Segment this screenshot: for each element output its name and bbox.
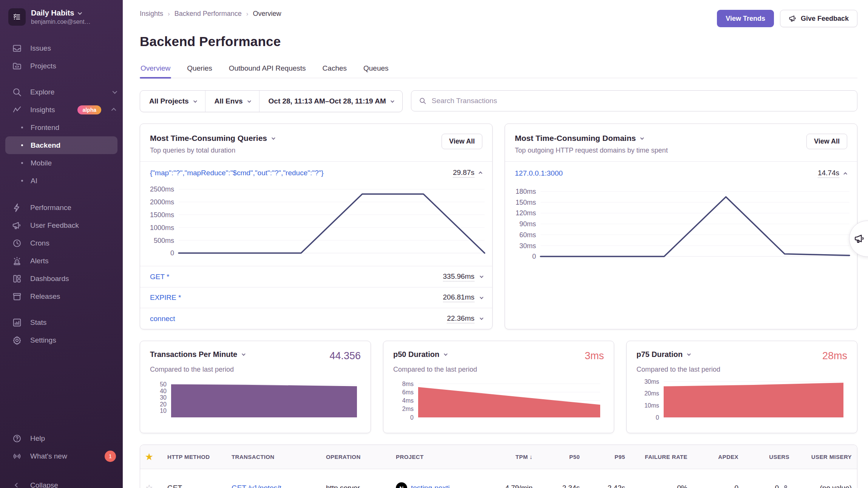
sidebar-item-help[interactable]: Help <box>0 429 123 447</box>
column-header-p95[interactable]: P95 <box>585 454 630 460</box>
environment-filter-dropdown[interactable]: All Envs <box>205 91 259 112</box>
collapse-row-icon[interactable] <box>479 171 482 175</box>
column-header-users[interactable]: USERS <box>744 454 795 460</box>
chevron-down-icon <box>78 10 82 14</box>
p50-duration-card: p50 Duration 3ms Compared to the last pe… <box>383 341 614 433</box>
sidebar-item-releases[interactable]: Releases <box>0 287 123 305</box>
column-header-http-method[interactable]: HTTP METHOD <box>162 454 226 460</box>
daterange-filter-dropdown[interactable]: Oct 28, 11:13 AM–Oct 28, 11:19 AM <box>259 91 402 112</box>
sidebar-item-issues[interactable]: Issues <box>0 39 123 57</box>
sidebar-item-user-feedback[interactable]: User Feedback <box>0 216 123 234</box>
svg-text:90ms: 90ms <box>519 220 536 228</box>
breadcrumb-backend-performance[interactable]: Backend Performance <box>175 10 242 18</box>
chevron-down-icon <box>242 352 246 356</box>
tab-caches[interactable]: Caches <box>322 64 348 78</box>
tpm-chart: 1020304050 <box>150 379 358 420</box>
bullet-icon <box>21 127 23 128</box>
sidebar-item-frontend[interactable]: Frontend <box>5 119 117 136</box>
query-link[interactable]: {"map":"?","mapReduce":"$cmd","out":"?",… <box>150 169 324 177</box>
chevron-down-icon <box>113 89 117 94</box>
domains-card-subtitle: Top outgoing HTTP request domains by tim… <box>515 147 668 154</box>
domain-duration-value: 14.74s <box>818 169 839 178</box>
column-header-failure-rate[interactable]: FAILURE RATE <box>630 454 693 460</box>
query-link[interactable]: EXPIRE * <box>150 293 181 302</box>
sidebar-item-whats-new[interactable]: What's new 1 <box>0 447 123 465</box>
expand-row-icon[interactable] <box>480 316 483 320</box>
user-icon <box>782 484 789 488</box>
queries-view-all-button[interactable]: View All <box>442 134 482 149</box>
project-filter-dropdown[interactable]: All Projects <box>140 91 205 112</box>
sidebar-item-label: Mobile <box>31 159 52 167</box>
view-trends-button[interactable]: View Trends <box>717 10 774 27</box>
breadcrumb-insights[interactable]: Insights <box>140 10 163 18</box>
column-header-apdex[interactable]: APDEX <box>693 454 744 460</box>
project-link[interactable]: testing-nextj… <box>411 484 457 488</box>
column-header-user-misery[interactable]: USER MISERY <box>795 454 857 460</box>
sidebar-item-dashboards[interactable]: Dashboards <box>0 270 123 287</box>
sidebar-item-explore[interactable]: Explore <box>0 83 123 101</box>
tpm-value: 44.356 <box>329 350 361 362</box>
sidebar-item-backend[interactable]: Backend <box>5 136 117 154</box>
query-duration-value: 206.81ms <box>443 293 474 302</box>
sidebar-item-label: AI <box>31 177 37 185</box>
p50-duration-chart: 02ms4ms6ms8ms <box>393 379 602 420</box>
transaction-link[interactable]: GET /v1/notes/t… <box>232 484 289 488</box>
tab-overview[interactable]: Overview <box>140 64 171 78</box>
domains-duration-chart: 030ms60ms90ms120ms150ms180ms <box>507 187 851 268</box>
query-link[interactable]: GET * <box>150 273 169 281</box>
sidebar-item-projects[interactable]: Projects <box>0 57 123 75</box>
expand-row-icon[interactable] <box>480 295 483 299</box>
tab-outbound-api-requests[interactable]: Outbound API Requests <box>228 64 307 78</box>
column-header-star[interactable]: ★ <box>140 452 162 462</box>
column-header-tpm[interactable]: TPM↓ <box>477 454 538 460</box>
sidebar-item-mobile[interactable]: Mobile <box>5 154 117 172</box>
p50-cell: 2.34s <box>538 484 585 488</box>
chevron-down-icon <box>193 99 197 103</box>
domains-card-title-dropdown[interactable]: Most Time-Consuming Domains <box>515 134 668 143</box>
collapse-row-icon[interactable] <box>843 172 847 176</box>
sidebar-item-label: Explore <box>30 88 105 96</box>
failure-rate-cell: 0% <box>630 484 693 488</box>
sidebar-item-insights[interactable]: Insights alpha <box>0 101 123 119</box>
tab-queries[interactable]: Queries <box>186 64 213 78</box>
star-toggle-icon[interactable]: ☆ <box>145 483 153 488</box>
p50-card-title-dropdown[interactable]: p50 Duration <box>393 350 446 359</box>
domain-link[interactable]: 127.0.0.1:3000 <box>515 169 563 178</box>
sidebar-item-crons[interactable]: Crons <box>0 234 123 252</box>
sidebar-item-settings[interactable]: Settings <box>0 331 123 349</box>
page-title: Backend Performance <box>140 34 857 49</box>
breadcrumb-separator: › <box>168 10 170 18</box>
queries-card-title-dropdown[interactable]: Most Time-Consuming Queries <box>150 134 274 143</box>
query-link[interactable]: connect <box>150 315 175 323</box>
column-header-p50[interactable]: P50 <box>538 454 585 460</box>
expand-row-icon[interactable] <box>480 274 483 278</box>
sidebar-item-ai[interactable]: AI <box>5 172 117 190</box>
give-feedback-button[interactable]: Give Feedback <box>780 10 857 27</box>
chevron-down-icon <box>272 136 275 140</box>
domains-view-all-button[interactable]: View All <box>806 134 847 149</box>
archive-box-icon <box>11 292 23 301</box>
svg-text:1000ms: 1000ms <box>150 224 174 232</box>
column-header-project[interactable]: PROJECT <box>391 454 477 460</box>
svg-text:0: 0 <box>532 253 536 260</box>
search-transactions-input[interactable] <box>432 97 849 105</box>
sidebar-item-label: Dashboards <box>30 275 116 283</box>
sidebar-bottom: Help What's new 1 Collapse <box>0 429 123 488</box>
svg-text:40: 40 <box>160 388 167 394</box>
sidebar-item-alerts[interactable]: Alerts <box>0 252 123 270</box>
org-switcher[interactable]: Daily Habits benjamin.coe@sent… <box>0 0 123 29</box>
bullet-icon <box>21 162 23 164</box>
tab-queues[interactable]: Queues <box>363 64 389 78</box>
column-header-transaction[interactable]: TRANSACTION <box>226 454 321 460</box>
sidebar-item-label: Insights <box>30 106 70 114</box>
p75-card-title-dropdown[interactable]: p75 Duration <box>636 350 690 359</box>
sidebar-item-performance[interactable]: Performance <box>0 199 123 216</box>
sidebar-collapse-button[interactable]: Collapse <box>0 476 123 488</box>
sidebar-item-stats[interactable]: Stats <box>0 313 123 331</box>
sidebar-item-label: Settings <box>30 336 116 344</box>
column-header-operation[interactable]: OPERATION <box>321 454 391 460</box>
tpm-card-title-dropdown[interactable]: Transactions Per Minute <box>150 350 244 359</box>
breadcrumb-overview[interactable]: Overview <box>253 10 281 18</box>
svg-text:30ms: 30ms <box>644 379 659 385</box>
sidebar-item-label: Projects <box>30 62 116 70</box>
